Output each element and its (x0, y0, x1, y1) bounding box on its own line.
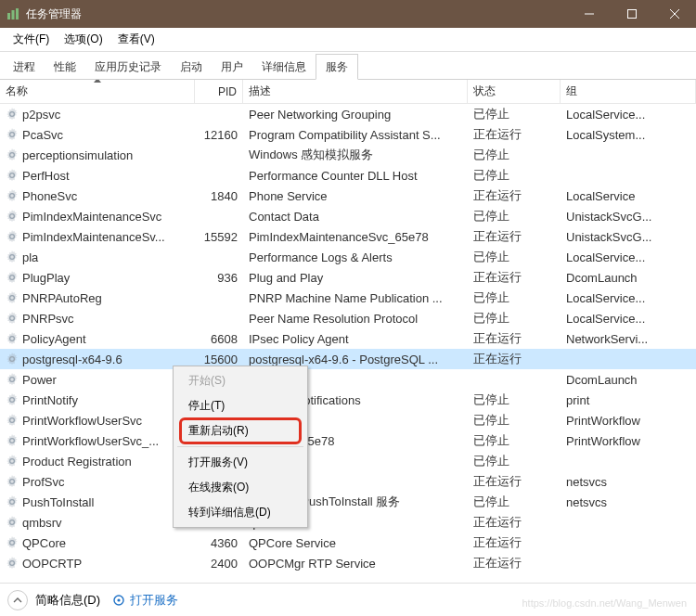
cell-desc: PimIndexMaintenanceSvc_65e78 (243, 230, 468, 244)
cell-desc: Program Compatibility Assistant S... (243, 128, 468, 142)
cell-group: LocalSystem... (561, 128, 696, 142)
fewer-details-label[interactable]: 简略信息(D) (35, 592, 100, 609)
menu-view[interactable]: 查看(V) (110, 28, 162, 51)
table-row[interactable]: PrintWorkflowUserSvc_...UserSvc_65e78已停止… (0, 430, 696, 451)
cell-status: 已停止 (468, 453, 561, 469)
cm-open-services[interactable]: 打开服务(V) (175, 450, 305, 475)
cm-stop[interactable]: 停止(T) (175, 393, 305, 418)
cell-status: 正在运行 (468, 269, 561, 286)
cell-name: OOPCRTP (0, 557, 195, 571)
tab-details[interactable]: 详细信息 (252, 55, 316, 79)
tab-performance[interactable]: 性能 (45, 55, 85, 79)
cell-pid: 4360 (195, 536, 243, 550)
cm-start: 开始(S) (175, 368, 305, 393)
table-row[interactable]: PushToInstallWindows PushToInstall 服务已停止… (0, 492, 696, 512)
table-row[interactable]: OOPCRTP2400OOPCMgr RTP Service正在运行 (0, 553, 696, 573)
table-row[interactable]: PerfHostPerformance Counter DLL Host已停止 (0, 165, 696, 186)
cell-desc: postgresql-x64-9.6 - PostgreSQL ... (243, 353, 468, 366)
cell-group: UnistackSvcG... (561, 230, 696, 244)
cell-name: perceptionsimulation (0, 148, 195, 162)
cell-name: PimIndexMaintenanceSv... (0, 230, 195, 244)
services-list[interactable]: p2psvcPeer Networking Grouping已停止LocalSe… (0, 104, 696, 573)
cell-name: PNRPsvc (0, 312, 195, 326)
cell-name: PrintNotify (0, 393, 195, 407)
cell-pid: 1840 (195, 189, 243, 203)
watermark: https://blog.csdn.net/Wang_Menwen (522, 597, 687, 609)
cell-desc: Plug and Play (243, 271, 468, 285)
cell-group: PrintWorkflow (561, 414, 696, 428)
cell-name: PcaSvc (0, 128, 195, 142)
svg-point-9 (117, 598, 120, 601)
tab-strip: 进程 性能 应用历史记录 启动 用户 详细信息 服务 (0, 52, 696, 80)
cell-desc: Contact Data (243, 210, 468, 224)
header-name[interactable]: 名称 (0, 80, 195, 103)
cell-group: PrintWorkflow (561, 434, 696, 448)
cell-group: netsvcs (561, 475, 696, 489)
table-row[interactable]: ProfSvcrvice正在运行netsvcs (0, 471, 696, 492)
tab-users[interactable]: 用户 (212, 55, 252, 79)
cell-desc: OOPCMgr RTP Service (243, 557, 468, 571)
close-button[interactable] (653, 0, 696, 28)
menu-options[interactable]: 选项(O) (57, 28, 110, 51)
cell-name: PrintWorkflowUserSvc_... (0, 434, 195, 448)
cell-name: Power (0, 373, 195, 387)
cell-status: 已停止 (468, 106, 561, 122)
cell-status: 正在运行 (468, 351, 561, 367)
table-row[interactable]: p2psvcPeer Networking Grouping已停止LocalSe… (0, 104, 696, 124)
cell-name: postgresql-x64-9.6 (0, 353, 195, 366)
table-row[interactable]: qmbsrv2448qmbsrv正在运行 (0, 512, 696, 533)
header-pid[interactable]: PID (195, 80, 243, 103)
table-row[interactable]: PimIndexMaintenanceSv...15592PimIndexMai… (0, 226, 696, 247)
cell-name: PNRPAutoReg (0, 291, 195, 305)
table-row[interactable]: QPCore4360QPCore Service正在运行 (0, 533, 696, 553)
cell-name: PrintWorkflowUserSvc (0, 414, 195, 428)
cell-status: 已停止 (468, 147, 561, 163)
cell-group: netsvcs (561, 495, 696, 509)
tab-app-history[interactable]: 应用历史记录 (85, 55, 171, 79)
table-row[interactable]: PlugPlay936Plug and Play正在运行DcomLaunch (0, 267, 696, 288)
cell-status: 已停止 (468, 249, 561, 265)
context-menu: 开始(S) 停止(T) 重新启动(R) 打开服务(V) 在线搜索(O) 转到详细… (173, 366, 308, 528)
table-row[interactable]: PcaSvc12160Program Compatibility Assista… (0, 124, 696, 145)
svg-marker-7 (94, 80, 101, 83)
cm-search-online[interactable]: 在线搜索(O) (175, 475, 305, 500)
tab-processes[interactable]: 进程 (4, 55, 45, 79)
header-status[interactable]: 状态 (468, 80, 561, 103)
cell-pid: 6608 (195, 332, 243, 346)
cell-desc: Performance Logs & Alerts (243, 250, 468, 264)
table-row[interactable]: plaPerformance Logs & Alerts已停止LocalServ… (0, 247, 696, 267)
cell-status: 正在运行 (468, 187, 561, 204)
minimize-button[interactable] (568, 0, 611, 28)
cell-desc: Windows 感知模拟服务 (243, 147, 468, 163)
maximize-button[interactable] (611, 0, 653, 28)
header-desc[interactable]: 描述 (243, 80, 468, 103)
table-row[interactable]: postgresql-x64-9.615600postgresql-x64-9.… (0, 349, 696, 369)
table-row[interactable]: PNRPsvcPeer Name Resolution Protocol已停止L… (0, 308, 696, 328)
cell-group: LocalService... (561, 291, 696, 305)
table-row[interactable]: PimIndexMaintenanceSvcContact Data已停止Uni… (0, 206, 696, 226)
table-row[interactable]: perceptionsimulationWindows 感知模拟服务已停止 (0, 145, 696, 165)
cell-name: Product Registration (0, 455, 195, 468)
table-row[interactable]: PNRPAutoRegPNRP Machine Name Publication… (0, 288, 696, 308)
menu-file[interactable]: 文件(F) (6, 28, 57, 51)
svg-rect-1 (12, 10, 15, 19)
tab-services[interactable]: 服务 (316, 54, 358, 80)
table-row[interactable]: PowerDcomLaunch (0, 369, 696, 390)
table-row[interactable]: PrintNotifyons and Notifications已停止print (0, 390, 696, 410)
table-row[interactable]: PrintWorkflowUserSvc已停止PrintWorkflow (0, 410, 696, 430)
cm-go-details[interactable]: 转到详细信息(D) (175, 500, 305, 525)
header-group[interactable]: 组 (561, 80, 696, 103)
cell-status: 正在运行 (468, 514, 561, 531)
table-row[interactable]: PolicyAgent6608IPsec Policy Agent正在运行Net… (0, 328, 696, 349)
tab-startup[interactable]: 启动 (171, 55, 212, 79)
cm-restart[interactable]: 重新启动(R) (175, 418, 305, 443)
cell-group: UnistackSvcG... (561, 210, 696, 224)
cell-status: 已停止 (468, 310, 561, 327)
app-icon (6, 6, 20, 21)
chevron-up-icon (13, 596, 22, 605)
column-header-row: 名称 PID 描述 状态 组 (0, 80, 696, 104)
fewer-details-button[interactable] (7, 590, 28, 610)
open-services-link[interactable]: 打开服务 (111, 592, 178, 609)
table-row[interactable]: PhoneSvc1840Phone Service正在运行LocalServic… (0, 186, 696, 206)
table-row[interactable]: Product Registrationration已停止 (0, 451, 696, 471)
